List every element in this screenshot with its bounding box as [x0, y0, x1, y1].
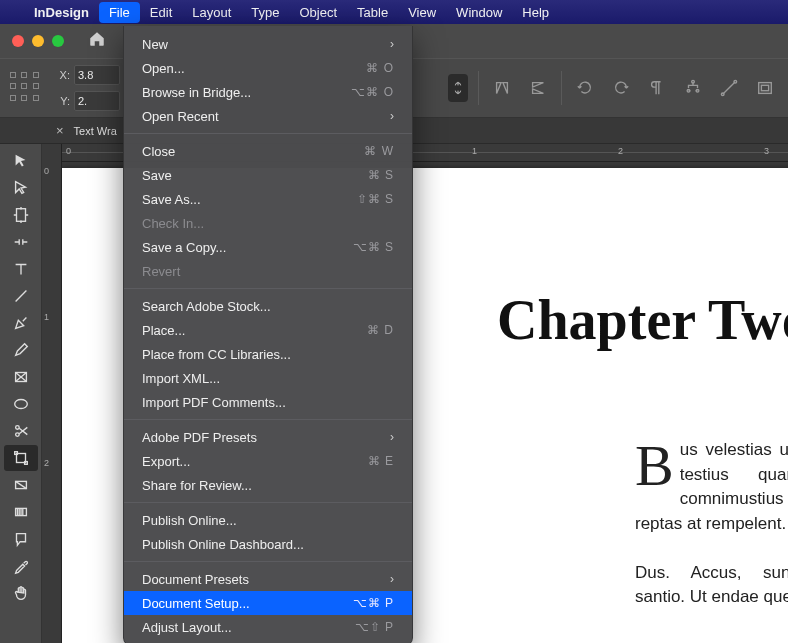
menu-item-document-setup[interactable]: Document Setup...⌥⌘ P [124, 591, 412, 615]
h-tick: 0 [66, 146, 71, 156]
text-wrap-icon[interactable] [752, 75, 778, 101]
v-tick: 0 [44, 166, 49, 176]
y-label: Y: [54, 95, 70, 107]
svg-point-9 [14, 400, 27, 409]
pen-tool[interactable] [4, 310, 38, 336]
menu-item-adjust-layout[interactable]: Adjust Layout...⌥⇧ P [124, 615, 412, 639]
flip-vertical-icon[interactable] [525, 75, 551, 101]
menubar-table[interactable]: Table [347, 2, 398, 23]
menu-item-shortcut: ⌘ E [368, 454, 394, 468]
menu-item-shortcut: ⌘ D [367, 323, 394, 337]
menu-item-open[interactable]: Open...⌘ O [124, 56, 412, 80]
rectangle-frame-tool[interactable] [4, 364, 38, 390]
pencil-tool[interactable] [4, 337, 38, 363]
menubar-help[interactable]: Help [512, 2, 559, 23]
hand-tool[interactable] [4, 580, 38, 606]
h-tick: 2 [618, 146, 623, 156]
chapter-heading: Chapter Two [497, 288, 788, 352]
menu-item-place[interactable]: Place...⌘ D [124, 318, 412, 342]
flip-horizontal-icon[interactable] [489, 75, 515, 101]
reference-point-grid[interactable] [10, 72, 42, 104]
traffic-lights [12, 35, 64, 47]
zoom-icon[interactable] [52, 35, 64, 47]
vertical-ruler[interactable]: 0 1 2 [42, 144, 62, 643]
selection-tool[interactable] [4, 148, 38, 174]
note-tool[interactable] [4, 526, 38, 552]
menu-item-place-from-cc-libraries[interactable]: Place from CC Libraries... [124, 342, 412, 366]
page-tool[interactable] [4, 202, 38, 228]
menu-item-label: Place... [142, 323, 185, 338]
home-icon[interactable] [88, 30, 106, 52]
menubar-window[interactable]: Window [446, 2, 512, 23]
menu-item-browse-in-bridge[interactable]: Browse in Bridge...⌥⌘ O [124, 80, 412, 104]
rotate-cw-icon[interactable] [608, 75, 634, 101]
type-tool[interactable] [4, 256, 38, 282]
ellipse-tool[interactable] [4, 391, 38, 417]
file-menu-dropdown[interactable]: New›Open...⌘ OBrowse in Bridge...⌥⌘ OOpe… [123, 26, 413, 643]
menu-separator [124, 288, 412, 289]
line-tool[interactable] [4, 283, 38, 309]
menu-item-share-for-review[interactable]: Share for Review... [124, 473, 412, 497]
tab-close-icon[interactable]: × [56, 123, 64, 138]
line-segment-icon[interactable] [716, 75, 742, 101]
rotate-ccw-icon[interactable] [572, 75, 598, 101]
eyedropper-tool[interactable] [4, 553, 38, 579]
menubar-view[interactable]: View [398, 2, 446, 23]
cs-divider [478, 71, 479, 105]
coord-block: X: 3.8 Y: 2. [54, 65, 120, 111]
v-tick: 1 [44, 312, 49, 322]
menubar-layout[interactable]: Layout [182, 2, 241, 23]
menu-item-save[interactable]: Save⌘ S [124, 163, 412, 187]
svg-point-3 [721, 93, 724, 96]
menu-item-shortcut: ⌥⌘ P [353, 596, 394, 610]
gradient-feather-tool[interactable] [4, 499, 38, 525]
paragraph-2: Dus. Accus, sunda doluptas santio. Ut en… [635, 561, 788, 610]
menu-item-adobe-pdf-presets[interactable]: Adobe PDF Presets› [124, 425, 412, 449]
menu-item-label: Open Recent [142, 109, 219, 124]
menu-item-new[interactable]: New› [124, 32, 412, 56]
menu-item-label: Share for Review... [142, 478, 252, 493]
menu-item-close[interactable]: Close⌘ W [124, 139, 412, 163]
submenu-arrow-icon: › [390, 109, 394, 123]
close-icon[interactable] [12, 35, 24, 47]
menubar-file[interactable]: File [99, 2, 140, 23]
y-field[interactable]: 2. [74, 91, 120, 111]
menu-item-label: Save As... [142, 192, 201, 207]
menu-item-shortcut: ⌘ W [364, 144, 394, 158]
menu-item-save-a-copy[interactable]: Save a Copy...⌥⌘ S [124, 235, 412, 259]
gradient-swatch-tool[interactable] [4, 472, 38, 498]
menu-item-shortcut: ⌥⇧ P [355, 620, 394, 634]
x-field[interactable]: 3.8 [74, 65, 120, 85]
tab-label[interactable]: Text Wra [74, 125, 117, 137]
hierarchy-icon[interactable] [680, 75, 706, 101]
menu-item-save-as[interactable]: Save As...⇧⌘ S [124, 187, 412, 211]
scissors-tool[interactable] [4, 418, 38, 444]
free-transform-tool[interactable] [4, 445, 38, 471]
h-tick: 3 [764, 146, 769, 156]
menu-item-shortcut: ⇧⌘ S [357, 192, 394, 206]
gap-tool[interactable] [4, 229, 38, 255]
menu-item-search-adobe-stock[interactable]: Search Adobe Stock... [124, 294, 412, 318]
menubar-object[interactable]: Object [290, 2, 348, 23]
menubar-type[interactable]: Type [241, 2, 289, 23]
menubar-app[interactable]: InDesign [24, 2, 99, 23]
menu-item-export[interactable]: Export...⌘ E [124, 449, 412, 473]
svg-rect-5 [759, 83, 772, 94]
menu-item-document-presets[interactable]: Document Presets› [124, 567, 412, 591]
constrain-proportions-icon[interactable] [448, 74, 468, 102]
svg-point-4 [734, 80, 737, 83]
menu-item-label: Document Presets [142, 572, 249, 587]
menubar-edit[interactable]: Edit [140, 2, 182, 23]
menu-item-publish-online[interactable]: Publish Online... [124, 508, 412, 532]
menu-item-label: Check In... [142, 216, 204, 231]
menu-item-import-xml[interactable]: Import XML... [124, 366, 412, 390]
menu-item-label: Save [142, 168, 172, 183]
menu-item-publish-online-dashboard[interactable]: Publish Online Dashboard... [124, 532, 412, 556]
paragraph-style-icon[interactable] [644, 75, 670, 101]
submenu-arrow-icon: › [390, 572, 394, 586]
minimize-icon[interactable] [32, 35, 44, 47]
svg-point-11 [15, 433, 19, 437]
menu-item-open-recent[interactable]: Open Recent› [124, 104, 412, 128]
menu-item-import-pdf-comments[interactable]: Import PDF Comments... [124, 390, 412, 414]
direct-selection-tool[interactable] [4, 175, 38, 201]
